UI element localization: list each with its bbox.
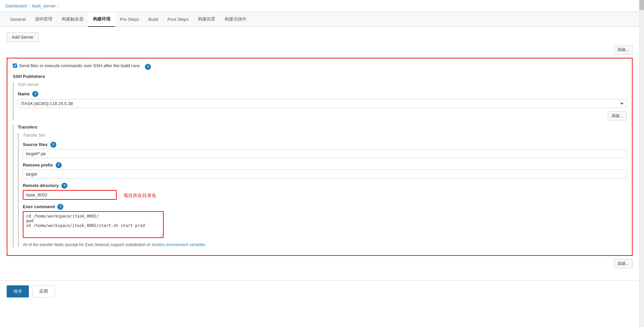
breadcrumb-project[interactable]: itask_server (32, 3, 56, 8)
transfer-set-title: Transfer Set (23, 133, 627, 138)
remove-prefix-row: Remove prefix ? (23, 161, 627, 179)
ssh-checkbox[interactable] (13, 63, 17, 68)
exec-command-label: Exec command (23, 204, 55, 209)
tab-source[interactable]: 源码管理 (30, 12, 57, 27)
tab-trigger[interactable]: 构建触发器 (57, 12, 88, 27)
name-label-row: Name ? (18, 90, 627, 97)
tab-buildsettings[interactable]: 构建设置 (193, 12, 220, 27)
tab-poststeps[interactable]: Post Steps (163, 13, 193, 27)
breadcrumb-bar: Dashboard › itask_server › (0, 0, 639, 12)
main-content: Add Server 高级... Send files or execute c… (0, 27, 639, 277)
name-input-row: ITASK-[4C8G]-118.25.5.38 (18, 99, 627, 108)
advanced-button-mid[interactable]: 高级... (608, 111, 627, 121)
tab-build[interactable]: Build (144, 13, 163, 27)
ssh-checkbox-label[interactable]: Send files or execute commands over SSH … (13, 63, 140, 68)
apply-button[interactable]: 应用 (32, 285, 55, 297)
transfers-title: Transfers (18, 125, 627, 130)
jenkins-env-link[interactable]: Jenkins environment variables (151, 242, 205, 247)
tab-general[interactable]: General (5, 13, 30, 27)
ssh-section: Send files or execute commands over SSH … (7, 58, 633, 256)
remove-prefix-label: Remove prefix (23, 162, 53, 168)
ssh-server-block-title: SSH Server (18, 82, 627, 87)
ssh-checkbox-text: Send files or execute commands over SSH … (19, 63, 140, 68)
help-icon-name[interactable]: ? (32, 91, 38, 97)
ssh-publishers-title: SSH Publishers (13, 74, 627, 79)
remote-dir-row: Remote directory ? 项目所在目录名 (23, 182, 627, 200)
exec-command-row: Exec command ? cd /home/workspace/itask_… (23, 203, 627, 239)
help-icon-ssh[interactable]: ? (145, 64, 151, 70)
transfer-set-block: Transfer Set Source files ? Remove prefi… (18, 133, 627, 247)
notice-row: All of the transfer fields (except for E… (23, 242, 627, 247)
bottom-bar: 保存 应用 (0, 280, 639, 302)
tab-presteps[interactable]: Pre Steps (115, 13, 144, 27)
tab-env[interactable]: 构建环境 (88, 12, 115, 27)
ssh-server-block: SSH Server Name ? ITASK-[4C8G]-118.25.5.… (13, 82, 627, 121)
breadcrumb-sep1: › (29, 4, 30, 8)
source-files-label: Source files (23, 142, 48, 147)
remote-dir-label: Remote directory (23, 183, 59, 188)
name-field-label: Name (18, 91, 30, 96)
name-select[interactable]: ITASK-[4C8G]-118.25.5.38 (18, 99, 627, 108)
breadcrumb-sep2: › (58, 4, 59, 8)
help-icon-exec[interactable]: ? (57, 204, 63, 210)
remote-dir-input[interactable] (23, 190, 117, 200)
tabs-bar: General 源码管理 构建触发器 构建环境 Pre Steps Build … (0, 12, 639, 27)
ssh-checkbox-row: Send files or execute commands over SSH … (13, 63, 627, 70)
scrollbar[interactable] (639, 0, 644, 327)
exec-command-textarea[interactable]: cd /home/workspace/itask_8002/ pwd sh /h… (23, 211, 164, 238)
transfers-block: Transfers Transfer Set Source files ? (13, 125, 627, 247)
remote-dir-hint: 项目所在目录名 (123, 191, 156, 199)
notice-text-before: All of the transfer fields (except for E… (23, 242, 151, 247)
help-icon-remote[interactable]: ? (61, 183, 67, 189)
source-files-input[interactable] (23, 149, 627, 158)
scrollbar-thumb[interactable] (639, 0, 644, 10)
tab-postbuild[interactable]: 构建后操作 (220, 12, 251, 27)
advanced-button-bot[interactable]: 高级... (614, 259, 633, 268)
breadcrumb-dashboard[interactable]: Dashboard (5, 3, 27, 8)
source-files-row: Source files ? (23, 141, 627, 158)
add-server-button[interactable]: Add Server (7, 32, 39, 42)
save-button[interactable]: 保存 (7, 285, 29, 297)
remove-prefix-input[interactable] (23, 170, 627, 179)
help-icon-prefix[interactable]: ? (56, 162, 62, 168)
help-icon-source[interactable]: ? (50, 142, 56, 148)
advanced-button-top[interactable]: 高级... (614, 45, 633, 54)
